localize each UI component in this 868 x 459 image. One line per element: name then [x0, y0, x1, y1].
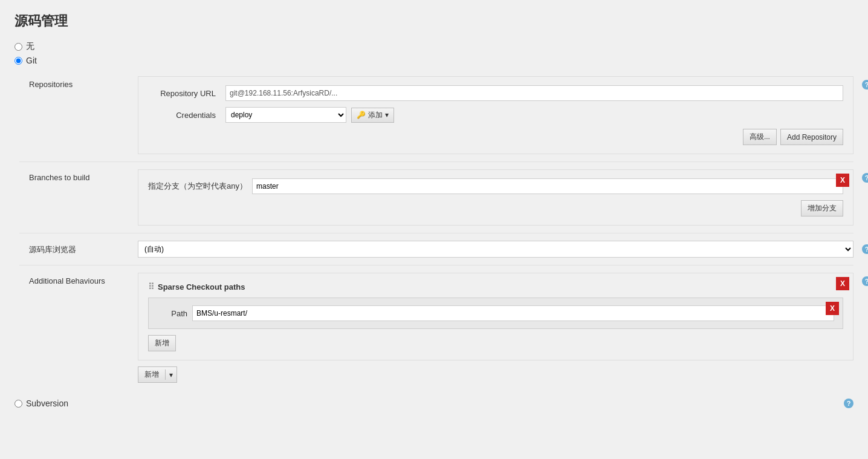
page-title: 源码管理 [15, 12, 853, 30]
credentials-row: Credentials deploy 🔑 添加 ▾ [148, 107, 843, 123]
subversion-row: Subversion ? [15, 390, 853, 408]
sparse-box: X ⠿ Sparse Checkout paths X Path [138, 273, 853, 360]
xinjian-button[interactable]: 新增 [148, 335, 176, 351]
add-credentials-button[interactable]: 🔑 添加 ▾ [351, 108, 394, 123]
chevron-down-icon: ▾ [385, 111, 389, 119]
none-radio[interactable] [15, 43, 22, 51]
page-container: 源码管理 无 Git Repositories Repository URL [0, 0, 868, 420]
sparse-remove-button[interactable]: X [836, 277, 849, 290]
advanced-button[interactable]: 高级... [743, 129, 777, 145]
branch-spec-label: 指定分支（为空时代表any） [148, 181, 247, 192]
branches-help-icon[interactable]: ? [862, 173, 868, 183]
source-browser-content: (自动) ? [138, 241, 853, 258]
credentials-label: Credentials [148, 111, 221, 120]
subversion-help-icon[interactable]: ? [844, 399, 853, 408]
drag-handle-icon: ⠿ [148, 282, 154, 291]
repo-url-input[interactable] [225, 85, 843, 101]
path-label: Path [157, 309, 187, 318]
git-radio[interactable] [15, 57, 22, 65]
sparse-title: ⠿ Sparse Checkout paths [148, 282, 843, 291]
none-label: 无 [26, 41, 34, 52]
path-remove-button[interactable]: X [826, 302, 839, 315]
repo-url-label: Repository URL [148, 89, 221, 98]
branch-remove-button[interactable]: X [836, 174, 849, 187]
none-radio-row: 无 [15, 41, 853, 52]
additional-behaviours-content: X ⠿ Sparse Checkout paths X Path [138, 273, 853, 383]
path-field-row: Path [157, 305, 834, 321]
repositories-help-icon[interactable]: ? [862, 80, 868, 90]
repo-buttons-row: 高级... Add Repository [148, 129, 843, 145]
repo-url-row: Repository URL [148, 85, 843, 101]
additional-behaviours-section: Additional Behaviours X ⠿ Sparse Checkou… [19, 265, 853, 390]
bottom-add-row: 新增 ▾ [138, 366, 853, 383]
key-icon: 🔑 [357, 111, 366, 119]
add-branch-button[interactable]: 增加分支 [801, 200, 843, 216]
branch-add-row: 增加分支 [148, 200, 843, 216]
branches-content: X 指定分支（为空时代表any） 增加分支 ? [138, 169, 853, 226]
repositories-section: Repositories Repository URL Credentials … [19, 69, 853, 161]
repo-box: Repository URL Credentials deploy 🔑 添加 ▾ [138, 76, 853, 154]
branches-label: Branches to build [29, 169, 138, 182]
add-repository-button[interactable]: Add Repository [780, 129, 843, 145]
bottom-add-label: 新增 [138, 369, 166, 380]
branch-field-row: 指定分支（为空时代表any） [148, 178, 843, 194]
branches-section: Branches to build X 指定分支（为空时代表any） 增加分支 … [19, 162, 853, 233]
source-browser-select[interactable]: (自动) [138, 241, 853, 258]
source-browser-label: 源码库浏览器 [29, 241, 138, 255]
additional-behaviours-help-icon[interactable]: ? [862, 276, 868, 286]
source-browser-help-icon[interactable]: ? [862, 244, 868, 254]
subversion-radio[interactable] [15, 400, 22, 408]
git-radio-row: Git [15, 56, 853, 65]
git-panel: Repositories Repository URL Credentials … [19, 69, 853, 390]
repositories-label: Repositories [29, 76, 138, 89]
branch-box: X 指定分支（为空时代表any） 增加分支 [138, 169, 853, 226]
git-label: Git [26, 56, 37, 65]
bottom-add-dropdown[interactable]: 新增 ▾ [138, 366, 177, 383]
branch-input[interactable] [252, 178, 843, 194]
source-browser-section: 源码库浏览器 (自动) ? [19, 233, 853, 265]
additional-behaviours-label: Additional Behaviours [29, 273, 138, 285]
source-browser-row: (自动) [138, 241, 853, 258]
path-input[interactable] [192, 305, 834, 321]
path-box: X Path [148, 298, 843, 329]
repositories-content: Repository URL Credentials deploy 🔑 添加 ▾ [138, 76, 853, 154]
bottom-add-arrow-icon[interactable]: ▾ [166, 371, 177, 379]
subversion-label: Subversion [26, 399, 68, 408]
credentials-select[interactable]: deploy [225, 107, 346, 123]
